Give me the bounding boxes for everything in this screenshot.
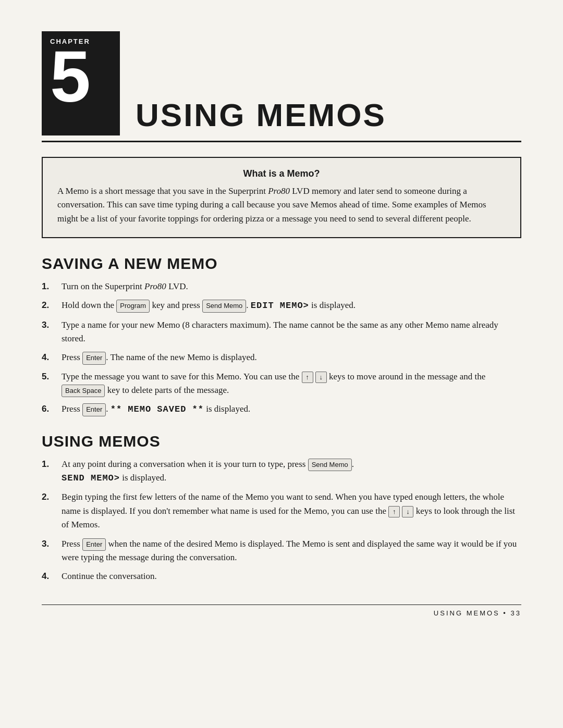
back-space-key: Back Space: [62, 385, 105, 397]
step-num: 1.: [42, 458, 62, 471]
chapter-number: 5: [50, 40, 91, 113]
step-content: Press Enter. ** MEMO SAVED ** is display…: [62, 402, 521, 416]
display-text-send-memo: SEND MEMO>: [62, 473, 120, 483]
step-num: 6.: [42, 402, 62, 416]
section1-title: SAVING A NEW MEMO: [42, 255, 521, 273]
step-content: Begin typing the first few letters of th…: [62, 490, 521, 532]
step-num: 3.: [42, 537, 62, 551]
enter-key: Enter: [82, 403, 106, 416]
saving-step-3: 3. Type a name for your new Memo (8 char…: [42, 318, 521, 346]
display-text-memo-saved: ** MEMO SAVED **: [111, 404, 204, 414]
step-num: 4.: [42, 351, 62, 364]
step-content: Continue the conversation.: [62, 570, 521, 583]
chapter-title: USING MEMOS: [136, 99, 386, 135]
up-arrow-key: ↑: [302, 372, 313, 383]
send-memo-key: Send Memo: [202, 300, 246, 312]
down-arrow-key: ↓: [402, 506, 413, 517]
chapter-header: CHAPTER 5 USING MEMOS: [42, 31, 521, 142]
step-content: Type a name for your new Memo (8 charact…: [62, 318, 521, 346]
step-num: 4.: [42, 570, 62, 583]
step-content: At any point during a conversation when …: [62, 458, 521, 486]
saving-step-5: 5. Type the message you want to save for…: [42, 370, 521, 398]
section-saving-new-memo: SAVING A NEW MEMO 1. Turn on the Superpr…: [42, 255, 521, 417]
saving-step-4: 4. Press Enter. The name of the new Memo…: [42, 351, 521, 364]
step-content: Press Enter when the name of the desired…: [62, 537, 521, 565]
saving-steps-list: 1. Turn on the Superprint Pro80 LVD. 2. …: [42, 280, 521, 417]
step-num: 5.: [42, 370, 62, 384]
saving-step-2: 2. Hold down the Program key and press S…: [42, 299, 521, 313]
section2-title: USING MEMOS: [42, 433, 521, 450]
step-num: 1.: [42, 280, 62, 293]
using-steps-list: 1. At any point during a conversation wh…: [42, 458, 521, 584]
saving-step-1: 1. Turn on the Superprint Pro80 LVD.: [42, 280, 521, 293]
program-key: Program: [116, 300, 150, 312]
step-content: Press Enter. The name of the new Memo is…: [62, 351, 521, 364]
footer: USING MEMOS • 33: [42, 604, 521, 617]
step-content: Hold down the Program key and press Send…: [62, 299, 521, 313]
send-memo-key: Send Memo: [308, 459, 352, 471]
chapter-number-block: CHAPTER 5: [42, 31, 120, 135]
step-num: 2.: [42, 299, 62, 312]
section-using-memos: USING MEMOS 1. At any point during a con…: [42, 433, 521, 584]
enter-key: Enter: [82, 538, 106, 551]
step-num: 3.: [42, 318, 62, 332]
using-step-1: 1. At any point during a conversation wh…: [42, 458, 521, 486]
enter-key: Enter: [82, 352, 106, 364]
using-step-2: 2. Begin typing the first few letters of…: [42, 490, 521, 532]
info-box-text: A Memo is a short message that you save …: [57, 184, 506, 226]
step-content: Type the message you want to save for th…: [62, 370, 521, 398]
info-box: What is a Memo? A Memo is a short messag…: [42, 157, 521, 238]
using-step-4: 4. Continue the conversation.: [42, 570, 521, 583]
using-step-3: 3. Press Enter when the name of the desi…: [42, 537, 521, 565]
down-arrow-key: ↓: [315, 372, 327, 383]
footer-text: USING MEMOS • 33: [434, 609, 521, 617]
info-box-title: What is a Memo?: [57, 168, 506, 179]
step-num: 2.: [42, 490, 62, 504]
step-content: Turn on the Superprint Pro80 LVD.: [62, 280, 521, 293]
up-arrow-key: ↑: [388, 506, 400, 517]
saving-step-6: 6. Press Enter. ** MEMO SAVED ** is disp…: [42, 402, 521, 416]
display-text-edit-memo: EDIT MEMO>: [251, 301, 309, 311]
